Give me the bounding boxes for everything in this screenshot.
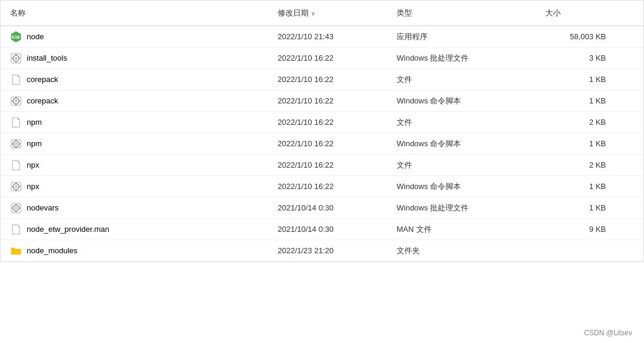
file-type: Windows 命令脚本 xyxy=(397,181,461,192)
table-row[interactable]: corepack 2022/1/10 16:22 Windows 命令脚本 1 … xyxy=(1,90,643,112)
file-date: 2022/1/10 16:22 xyxy=(278,139,334,148)
file-size-cell: 9 KB xyxy=(536,222,625,236)
file-size-cell: 2 KB xyxy=(536,158,625,172)
table-header: 名称 修改日期 ∨ 类型 大小 xyxy=(1,1,643,26)
file-date-cell: 2022/1/10 16:22 xyxy=(268,137,387,150)
svg-point-4 xyxy=(15,57,17,59)
header-name[interactable]: 名称 xyxy=(1,5,268,21)
table-row[interactable]: node_etw_provider.man 2021/10/14 0:30 MA… xyxy=(1,219,643,240)
file-size: 3 KB xyxy=(589,54,606,62)
file-name-cell: node_etw_provider.man xyxy=(1,221,268,238)
file-type-cell: 文件 xyxy=(387,158,536,173)
file-name: node_etw_provider.man xyxy=(27,225,109,234)
file-name-cell: npm xyxy=(1,136,268,152)
table-row[interactable]: corepack 2022/1/10 16:22 文件 1 KB xyxy=(1,69,643,90)
header-type-label: 类型 xyxy=(397,8,412,18)
file-type-cell: 文件 xyxy=(387,72,536,87)
file-size: 58,003 KB xyxy=(570,32,606,41)
file-name: npx xyxy=(27,182,39,191)
file-date-cell: 2022/1/23 21:20 xyxy=(268,244,387,257)
file-size-cell: 1 KB xyxy=(536,94,625,108)
file-date-cell: 2022/1/10 16:22 xyxy=(268,180,387,193)
file-date-cell: 2022/1/10 21:43 xyxy=(268,30,387,43)
table-row[interactable]: npm 2022/1/10 16:22 Windows 命令脚本 1 KB xyxy=(1,133,643,155)
file-date: 2022/1/10 16:22 xyxy=(278,182,334,191)
file-type: 文件 xyxy=(397,160,412,171)
file-type: MAN 文件 xyxy=(397,224,432,235)
file-type-cell: Windows 命令脚本 xyxy=(387,93,536,109)
file-date-cell: 2021/10/14 0:30 xyxy=(268,222,387,236)
table-row[interactable]: EXE node 2022/1/10 21:43 应用程序 58,003 KB xyxy=(1,26,643,48)
file-size: 1 KB xyxy=(589,182,606,191)
sort-icon: ∨ xyxy=(311,10,315,17)
file-type-cell: Windows 批处理文件 xyxy=(387,51,536,66)
table-row[interactable]: node_modules 2022/1/23 21:20 文件夹 xyxy=(1,240,643,262)
header-size-label: 大小 xyxy=(545,8,561,18)
cmd-icon xyxy=(10,181,22,193)
file-size-cell: 2 KB xyxy=(536,115,625,129)
file-date-cell: 2021/10/14 0:30 xyxy=(268,201,387,215)
file-name-cell: EXE node xyxy=(1,29,268,45)
file-name: install_tools xyxy=(27,54,67,62)
file-type: 文件夹 xyxy=(397,246,420,256)
table-row[interactable]: install_tools 2022/1/10 16:22 Windows 批处… xyxy=(1,48,643,69)
file-name-cell: install_tools xyxy=(1,50,268,67)
file-date: 2021/10/14 0:30 xyxy=(278,225,334,234)
file-date-cell: 2022/1/10 16:22 xyxy=(268,115,387,129)
table-row[interactable]: npm 2022/1/10 16:22 文件 2 KB xyxy=(1,112,643,133)
file-type-cell: 文件 xyxy=(387,115,536,130)
file-size-cell: 1 KB xyxy=(536,73,625,86)
bat-icon xyxy=(10,52,22,64)
file-type-cell: MAN 文件 xyxy=(387,222,536,237)
header-name-label: 名称 xyxy=(10,8,26,18)
file-date-cell: 2022/1/10 16:22 xyxy=(268,51,387,65)
file-date: 2022/1/23 21:20 xyxy=(278,246,334,255)
file-size: 1 KB xyxy=(589,139,606,148)
header-date[interactable]: 修改日期 ∨ xyxy=(268,5,387,21)
file-icon xyxy=(10,159,22,171)
file-icon xyxy=(10,74,22,86)
bat-icon xyxy=(10,202,22,214)
file-size-cell xyxy=(536,248,625,253)
file-icon xyxy=(10,224,22,235)
file-name-cell: node_modules xyxy=(1,243,268,259)
header-size[interactable]: 大小 xyxy=(536,5,625,21)
header-date-label: 修改日期 xyxy=(278,8,309,18)
watermark: CSDN @Litsev xyxy=(584,329,632,337)
file-type: Windows 命令脚本 xyxy=(397,139,461,149)
file-type: 应用程序 xyxy=(397,32,428,42)
file-name-cell: nodevars xyxy=(1,200,268,216)
file-type: Windows 批处理文件 xyxy=(397,203,469,213)
file-date: 2022/1/10 16:22 xyxy=(278,75,334,84)
file-date: 2022/1/10 16:22 xyxy=(278,96,334,105)
file-size-cell: 3 KB xyxy=(536,51,625,65)
folder-icon xyxy=(10,245,22,257)
svg-point-18 xyxy=(15,143,17,144)
file-type: Windows 命令脚本 xyxy=(397,96,461,106)
file-name-cell: npx xyxy=(1,157,268,174)
file-size: 1 KB xyxy=(589,96,606,105)
header-type[interactable]: 类型 xyxy=(387,5,536,21)
file-type-cell: Windows 批处理文件 xyxy=(387,200,536,216)
cmd-icon xyxy=(10,95,22,107)
file-name: npx xyxy=(27,161,39,169)
cmd-icon xyxy=(10,138,22,150)
svg-point-25 xyxy=(15,185,17,187)
file-type-cell: 文件夹 xyxy=(387,243,536,259)
svg-point-32 xyxy=(15,207,17,209)
file-name: node xyxy=(27,32,44,41)
file-date: 2022/1/10 16:22 xyxy=(278,161,334,169)
file-type: 文件 xyxy=(397,74,412,85)
file-size: 9 KB xyxy=(589,225,606,234)
svg-text:EXE: EXE xyxy=(12,35,20,39)
file-date-cell: 2022/1/10 16:22 xyxy=(268,158,387,172)
file-date-cell: 2022/1/10 16:22 xyxy=(268,73,387,86)
table-row[interactable]: npx 2022/1/10 16:22 Windows 命令脚本 1 KB xyxy=(1,176,643,197)
file-size: 1 KB xyxy=(589,203,606,212)
file-name: npm xyxy=(27,139,42,148)
file-name: node_modules xyxy=(27,246,77,255)
file-date: 2021/10/14 0:30 xyxy=(278,203,334,212)
file-size: 1 KB xyxy=(589,75,606,84)
table-row[interactable]: npx 2022/1/10 16:22 文件 2 KB xyxy=(1,155,643,176)
table-row[interactable]: nodevars 2021/10/14 0:30 Windows 批处理文件 1… xyxy=(1,197,643,219)
